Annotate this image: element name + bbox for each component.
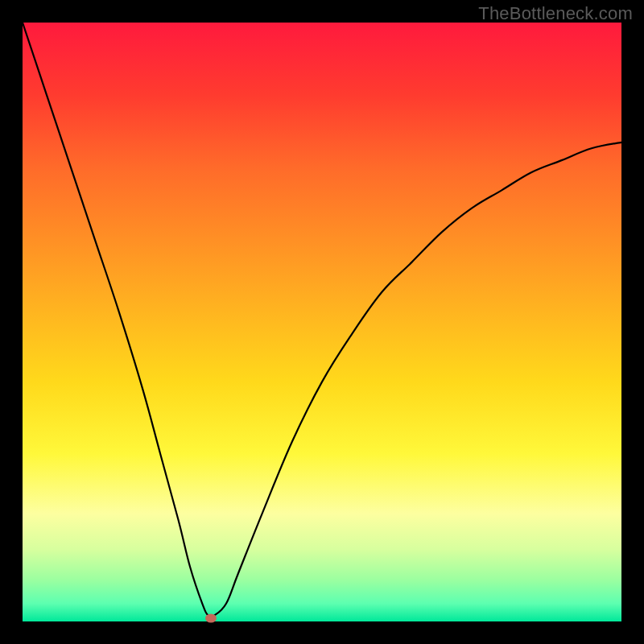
plot-area — [23, 23, 621, 621]
watermark-text: TheBottleneck.com — [478, 3, 633, 24]
bottleneck-curve — [23, 23, 621, 621]
chart-frame: TheBottleneck.com — [0, 0, 644, 644]
optimal-point-marker — [205, 614, 217, 623]
